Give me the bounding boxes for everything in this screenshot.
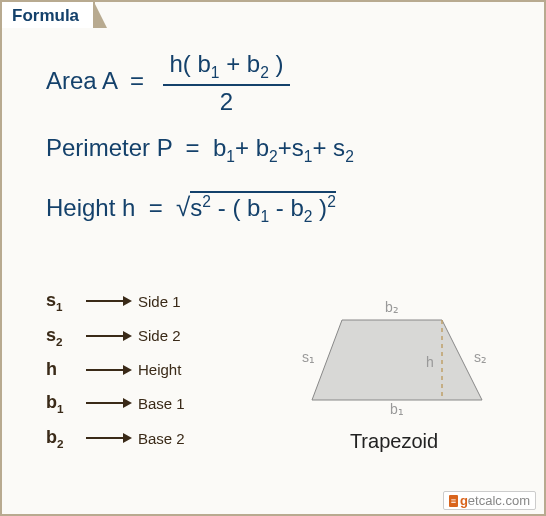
arrow-icon (86, 398, 132, 408)
arrow-icon (86, 331, 132, 341)
legend-row: s2Side 2 (46, 325, 185, 348)
legend-symbol: h (46, 359, 86, 380)
legend-symbol: b2 (46, 427, 86, 450)
brand-g: g (460, 493, 468, 508)
arrow-icon (86, 433, 132, 443)
legend-symbol: s2 (46, 325, 86, 348)
legend-row: hHeight (46, 359, 185, 380)
arrow-icon (86, 296, 132, 306)
svg-marker-0 (312, 320, 482, 400)
label-h: h (426, 354, 434, 370)
tab-label: Formula (12, 6, 79, 25)
height-rhs: s2 - ( b1 - b2 )2 (190, 191, 335, 221)
figure-caption: Trapezoid (284, 430, 504, 453)
area-numerator: h( b1 + b2 ) (163, 50, 289, 86)
formula-area: Area A = h( b1 + b2 ) 2 (46, 50, 354, 116)
trapezoid-svg: b₂ b₁ s₁ s₂ h (292, 292, 497, 422)
legend-symbol: s1 (46, 290, 86, 313)
label-s2: s₂ (474, 349, 487, 365)
arrow-icon (86, 365, 132, 375)
legend-row: s1Side 1 (46, 290, 185, 313)
tab-formula: Formula (0, 0, 95, 28)
sqrt-icon: √ (176, 192, 190, 222)
legend-symbol: b1 (46, 392, 86, 415)
legend-block: s1Side 1s2Side 2hHeightb1Base 1b2Base 2 (46, 290, 185, 461)
legend-text: Height (138, 361, 181, 378)
legend-text: Base 2 (138, 430, 185, 447)
brand-tld: .com (502, 493, 530, 508)
trapezoid-figure: b₂ b₁ s₁ s₂ h Trapezoid (284, 292, 504, 453)
brand-name: etcalc (468, 493, 502, 508)
label-s1: s₁ (302, 349, 315, 365)
formula-card: Formula Area A = h( b1 + b2 ) 2 Perimete… (0, 0, 546, 516)
perimeter-rhs: b1+ b2+s1+ s2 (213, 134, 354, 161)
area-label: Area A (46, 67, 117, 94)
area-denominator: 2 (163, 86, 289, 116)
legend-row: b2Base 2 (46, 427, 185, 450)
formula-height: Height h = √s2 - ( b1 - b2 )2 (46, 192, 354, 226)
formulas-block: Area A = h( b1 + b2 ) 2 Perimeter P = b1… (46, 50, 354, 251)
brand-badge: ≡getcalc.com (443, 491, 536, 510)
formula-perimeter: Perimeter P = b1+ b2+s1+ s2 (46, 134, 354, 166)
label-b2: b₂ (385, 299, 399, 315)
legend-text: Side 1 (138, 293, 181, 310)
brand-icon: ≡ (449, 495, 458, 507)
legend-row: b1Base 1 (46, 392, 185, 415)
legend-text: Base 1 (138, 395, 185, 412)
label-b1: b₁ (390, 401, 404, 417)
area-fraction: h( b1 + b2 ) 2 (163, 50, 289, 116)
legend-text: Side 2 (138, 327, 181, 344)
height-label: Height h (46, 194, 135, 221)
perimeter-label: Perimeter P (46, 134, 172, 161)
